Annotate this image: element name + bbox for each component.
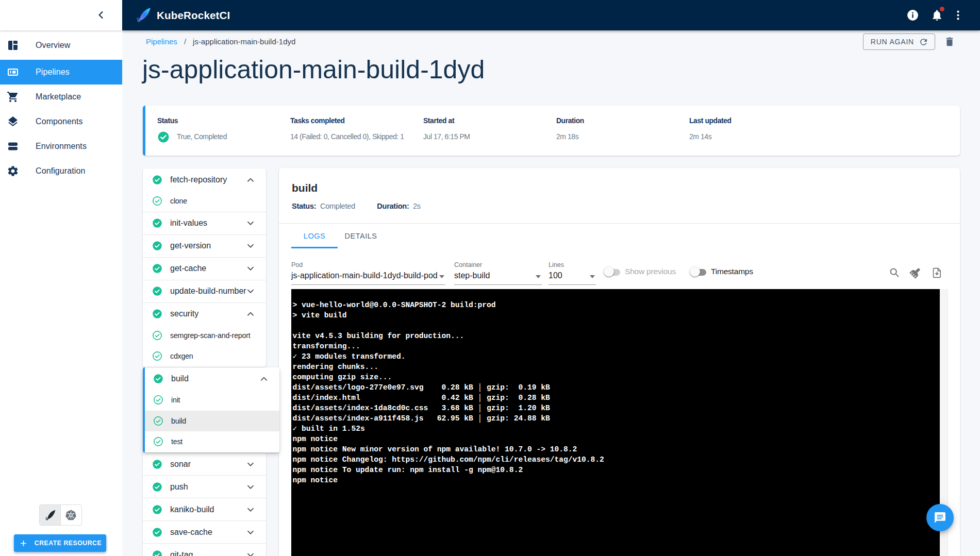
step-label: test <box>171 437 182 446</box>
toggle-switch <box>686 265 710 278</box>
search-logs-button[interactable] <box>888 266 901 279</box>
step-semgrep-scan-and-report[interactable]: semgrep-scan-and-report <box>143 325 266 346</box>
kebab-menu-icon <box>952 9 965 22</box>
task-label: push <box>170 482 188 492</box>
create-resource-button[interactable]: CREATE RESOURCE <box>14 534 106 552</box>
timestamps-toggle[interactable]: Timestamps <box>686 265 753 278</box>
chevron-down-icon[interactable] <box>245 285 256 297</box>
summary-value: 2m 14s <box>689 131 822 142</box>
step-label: cdxgen <box>170 352 193 360</box>
run-again-button[interactable]: RUN AGAIN <box>863 33 935 50</box>
chevron-down-icon[interactable] <box>245 527 256 538</box>
more-menu-button[interactable] <box>951 9 965 22</box>
terminal-log-text: > vue-hello-world@0.0.0-SNAPSHOT-2 build… <box>291 289 940 485</box>
notifications-button[interactable] <box>930 9 943 22</box>
sidebar-header <box>0 0 122 30</box>
task-init-values[interactable]: init-values <box>143 212 266 234</box>
check-circle-icon <box>152 550 162 556</box>
sidebar-item-components[interactable]: Components <box>0 109 122 134</box>
summary-last-updated: Last updated2m 14s <box>689 117 822 156</box>
task-get-cache[interactable]: get-cache <box>143 258 266 280</box>
task-tree: fetch-repositorycloneinit-valuesget-vers… <box>143 169 266 556</box>
container-select[interactable]: Container step-build <box>454 261 542 285</box>
summary-duration: Duration2m 18s <box>556 117 689 156</box>
check-circle-outline-icon <box>152 196 162 206</box>
task-label: fetch-repository <box>170 175 227 184</box>
download-log-button[interactable] <box>930 266 943 279</box>
chevron-down-icon[interactable] <box>245 263 256 274</box>
pod-select[interactable]: Pod js-application-main-build-1dyd-build… <box>291 261 445 285</box>
step-cdxgen[interactable]: cdxgen <box>143 346 266 367</box>
step-details-card: build Status: Completed Duration: 2s LOG… <box>279 168 960 556</box>
chevron-down-icon[interactable] <box>245 504 256 515</box>
step-build[interactable]: build <box>145 411 279 432</box>
toggle-knob <box>604 266 614 277</box>
clean-console-button[interactable] <box>909 266 922 279</box>
check-circle-icon <box>152 241 162 251</box>
chevron-up-icon[interactable] <box>245 174 256 186</box>
chevron-down-icon[interactable] <box>245 240 256 251</box>
task-save-cache[interactable]: save-cache <box>143 521 266 543</box>
task-label: git-tag <box>170 550 193 556</box>
sidebar-collapse-button[interactable] <box>93 7 109 23</box>
sidebar-item-overview[interactable]: Overview <box>0 33 122 58</box>
sidebar-item-environments[interactable]: Environments <box>0 134 122 159</box>
create-resource-label: CREATE RESOURCE <box>35 540 102 547</box>
task-security[interactable]: security <box>143 303 266 325</box>
sidebar-item-marketplace[interactable]: Marketplace <box>0 85 122 109</box>
chevron-up-icon[interactable] <box>258 373 270 384</box>
task-label: security <box>170 309 198 318</box>
task-get-version[interactable]: get-version <box>143 235 266 257</box>
summary-value: 2m 18s <box>556 131 689 142</box>
summary-label: Status <box>157 117 290 125</box>
pipeline-summary-card: StatusTrue, CompletedTasks completed14 (… <box>143 106 960 156</box>
delete-pipeline-button[interactable] <box>943 35 956 48</box>
quill-mode-button[interactable] <box>40 505 61 525</box>
step-test[interactable]: test <box>145 431 279 452</box>
tab-details[interactable]: DETAILS <box>338 224 384 248</box>
task-kaniko-build[interactable]: kaniko-build <box>143 498 266 520</box>
step-init[interactable]: init <box>145 390 279 411</box>
task-sonar[interactable]: sonar <box>143 453 266 475</box>
duration-value-text: 2s <box>413 202 421 210</box>
tab-logs[interactable]: LOGS <box>291 224 338 248</box>
sidebar-item-pipelines[interactable]: Pipelines <box>0 60 122 85</box>
task-update-build-number[interactable]: update-build-number <box>143 280 266 302</box>
task-label: sonar <box>170 460 191 469</box>
task-label: get-cache <box>170 264 206 273</box>
check-circle-outline-icon <box>152 330 162 341</box>
chevron-up-icon[interactable] <box>245 308 256 319</box>
lines-select[interactable]: Lines 100 <box>549 261 596 285</box>
chevron-down-icon[interactable] <box>245 459 256 470</box>
task-build[interactable]: build <box>145 367 279 390</box>
task-list-card: fetch-repositorycloneinit-valuesget-vers… <box>143 169 266 367</box>
check-circle-outline-icon <box>153 416 163 426</box>
task-fetch-repository[interactable]: fetch-repository <box>143 169 266 191</box>
task-label: init-values <box>170 218 207 228</box>
show-previous-toggle[interactable]: Show previous <box>600 265 676 278</box>
kubernetes-mode-button[interactable] <box>61 505 82 525</box>
chevron-down-icon[interactable] <box>245 217 256 229</box>
pod-select-value: js-application-main-build-1dyd-build-pod <box>291 271 445 285</box>
chevron-down-icon[interactable] <box>245 549 256 556</box>
chevron-down-icon[interactable] <box>245 481 256 493</box>
chat-fab-button[interactable] <box>926 504 954 531</box>
log-terminal[interactable]: > vue-hello-world@0.0.0-SNAPSHOT-2 build… <box>291 289 940 556</box>
info-button[interactable] <box>906 9 919 22</box>
breadcrumb-separator: / <box>184 37 186 46</box>
main-content: Pipelines / js-application-main-build-1d… <box>122 30 980 556</box>
breadcrumb-pipelines-link[interactable]: Pipelines <box>146 37 177 46</box>
task-group-build: buildinitbuildtest <box>143 367 279 452</box>
step-clone[interactable]: clone <box>143 191 266 212</box>
summary-value: Jul 17, 6:15 PM <box>423 131 556 142</box>
task-label: get-version <box>170 241 211 250</box>
task-git-tag[interactable]: git-tag <box>143 544 266 556</box>
sidebar-item-configuration[interactable]: Configuration <box>0 159 122 183</box>
lines-select-value-text: 100 <box>549 271 562 280</box>
task-push[interactable]: push <box>143 476 266 498</box>
lines-select-value: 100 <box>549 271 596 285</box>
summary-label: Duration <box>556 117 689 125</box>
duration-label: Duration: <box>377 202 409 210</box>
brand[interactable]: KubeRocketCI <box>135 7 230 24</box>
sidebar: OverviewPipelinesMarketplaceComponentsEn… <box>0 0 122 556</box>
